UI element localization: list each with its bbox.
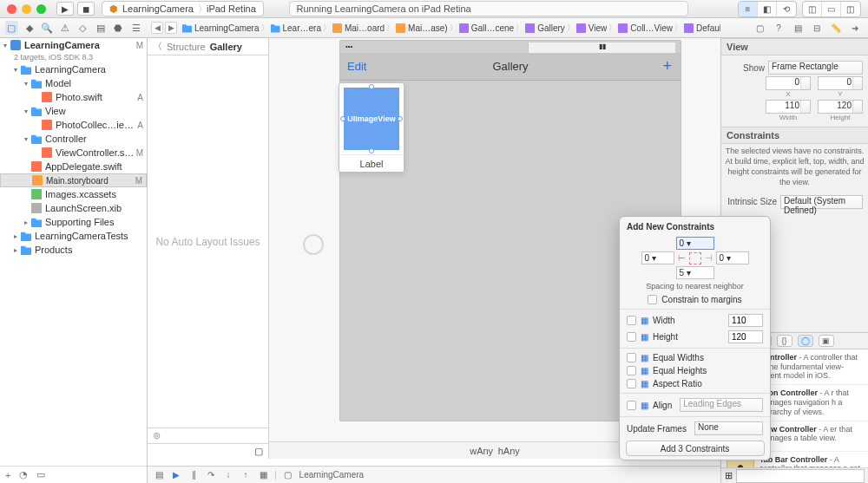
align-checkbox[interactable] bbox=[627, 401, 636, 410]
image-view-selected[interactable]: UIImageView bbox=[344, 88, 399, 150]
process-name[interactable]: LearningCamera bbox=[299, 470, 365, 480]
window-titlebar: ▶ ◼ ⬢ LearningCamera 〉 iPad Retina Runni… bbox=[0, 0, 868, 18]
add-constraints-button[interactable]: Add 3 Constraints bbox=[626, 441, 765, 456]
grid-toggle-icon[interactable]: ⊞ bbox=[725, 470, 733, 481]
x-field[interactable]: 0 bbox=[766, 76, 811, 90]
pause-button[interactable]: ‖ bbox=[187, 469, 200, 481]
tree-row[interactable]: LaunchScreen.xib bbox=[0, 201, 147, 215]
symbol-navigator-icon[interactable]: ◆ bbox=[23, 21, 36, 35]
right-spacing-field[interactable]: 0 ▾ bbox=[716, 251, 749, 264]
tree-row[interactable]: ▾View bbox=[0, 104, 147, 118]
eq-height-checkbox[interactable] bbox=[627, 366, 636, 375]
bottom-spacing-field[interactable]: 5 ▾ bbox=[676, 266, 714, 279]
close-icon[interactable] bbox=[7, 4, 16, 14]
forward-button[interactable]: ▶ bbox=[165, 22, 177, 34]
scheme-selector[interactable]: ⬢ LearningCamera 〉 iPad Retina bbox=[102, 1, 264, 16]
height-field[interactable]: 120 bbox=[818, 100, 863, 114]
width-checkbox[interactable] bbox=[627, 316, 636, 325]
help-inspector-icon[interactable]: ? bbox=[771, 21, 786, 35]
inspector-tabs[interactable]: ▢ ? ▤ ⊟ 📏 ➜ bbox=[720, 21, 868, 35]
step-out-button[interactable]: ↑ bbox=[240, 469, 252, 481]
tree-row[interactable]: Photo.swiftA bbox=[0, 90, 147, 104]
eq-width-checkbox[interactable] bbox=[627, 353, 636, 362]
add-item-button[interactable]: + bbox=[662, 57, 672, 75]
issue-navigator-icon[interactable]: ⚠ bbox=[59, 21, 72, 35]
toggle-outline-icon[interactable]: ▢ bbox=[254, 446, 263, 457]
tree-row[interactable]: Main.storyboardM bbox=[0, 173, 147, 187]
tree-row[interactable]: AppDelegate.swift bbox=[0, 160, 147, 173]
find-navigator-icon[interactable]: 🔍 bbox=[41, 21, 54, 35]
resize-handle-bottom[interactable] bbox=[369, 148, 374, 153]
tree-row[interactable]: ViewController.swiftM bbox=[0, 146, 147, 160]
navigator-toolbar: ▢ ◆ 🔍 ⚠ ◇ ▤ ⬣ ☰ ◀ ▶ LearningCamera〉 Lear… bbox=[0, 18, 868, 38]
cell-label[interactable]: Label bbox=[339, 154, 404, 172]
test-navigator-icon[interactable]: ◇ bbox=[76, 21, 89, 35]
left-spacing-field[interactable]: 0 ▾ bbox=[641, 251, 674, 264]
media-library-tab[interactable]: ▣ bbox=[819, 335, 834, 347]
navigator-tabs[interactable]: ▢ ◆ 🔍 ⚠ ◇ ▤ ⬣ ☰ bbox=[0, 21, 148, 35]
attr-inspector-icon[interactable]: ⊟ bbox=[809, 21, 825, 35]
resize-handle-top[interactable] bbox=[369, 84, 374, 89]
width-field[interactable]: 110 bbox=[766, 100, 811, 114]
align-select[interactable]: Leading Edges bbox=[680, 398, 763, 412]
project-subtitle: 2 targets, iOS SDK 8.3 bbox=[0, 52, 147, 62]
continue-button[interactable]: ▶ bbox=[170, 469, 182, 481]
filter-icon[interactable]: ⊚ bbox=[153, 430, 161, 441]
filter-scm-icon[interactable]: ▭ bbox=[36, 469, 45, 480]
tree-row[interactable]: ▸LearningCameraTests bbox=[0, 229, 147, 243]
connections-inspector-icon[interactable]: ➜ bbox=[847, 21, 863, 35]
object-library-tab[interactable]: ◯ bbox=[798, 335, 813, 347]
minimize-icon[interactable] bbox=[22, 4, 31, 14]
debug-navigator-icon[interactable]: ▤ bbox=[95, 21, 108, 35]
y-field[interactable]: 0 bbox=[818, 76, 863, 90]
library-filter-input[interactable] bbox=[736, 469, 865, 483]
project-root[interactable]: ▾ LearningCamera M bbox=[0, 38, 147, 52]
tree-row[interactable]: ▾Model bbox=[0, 76, 147, 90]
view-debug-icon[interactable]: ▦ bbox=[257, 469, 269, 481]
edit-button[interactable]: Edit bbox=[347, 60, 366, 73]
tree-row[interactable]: Images.xcassets bbox=[0, 187, 147, 201]
navigation-bar[interactable]: Edit Gallery + bbox=[340, 53, 681, 81]
update-frames-select[interactable]: None bbox=[694, 421, 763, 435]
project-tree[interactable]: ▾ LearningCamera M 2 targets, iOS SDK 8.… bbox=[0, 38, 147, 466]
aspect-checkbox[interactable] bbox=[627, 379, 636, 388]
file-inspector-icon[interactable]: ▢ bbox=[752, 21, 767, 35]
tree-row[interactable]: ▾LearningCamera bbox=[0, 62, 147, 76]
back-button[interactable]: ◀ bbox=[151, 22, 163, 34]
project-navigator-icon[interactable]: ▢ bbox=[5, 21, 18, 35]
tree-row[interactable]: PhotoCollec…iewCell.swiftA bbox=[0, 118, 147, 132]
filter-recent-icon[interactable]: ◔ bbox=[19, 469, 28, 480]
top-spacing-field[interactable]: 0 ▾ bbox=[676, 237, 714, 250]
stop-button[interactable]: ◼ bbox=[77, 2, 95, 16]
jump-bar[interactable]: ◀ ▶ LearningCamera〉 Lear…era〉 Mai…oard〉 … bbox=[148, 22, 720, 34]
report-navigator-icon[interactable]: ☰ bbox=[130, 21, 143, 35]
width-input[interactable] bbox=[728, 314, 763, 327]
hide-debug-icon[interactable]: ▤ bbox=[153, 469, 165, 481]
resize-handle-right[interactable] bbox=[398, 116, 403, 121]
collection-cell[interactable]: UIImageView Label bbox=[339, 82, 404, 173]
tree-row[interactable]: ▸Products bbox=[0, 243, 147, 257]
code-snippet-tab[interactable]: {} bbox=[777, 335, 792, 347]
step-in-button[interactable]: ↓ bbox=[222, 469, 234, 481]
editor-mode-segment[interactable]: ≡◧⟲ bbox=[738, 1, 797, 17]
add-button[interactable]: + bbox=[5, 470, 10, 480]
identity-inspector-icon[interactable]: ▤ bbox=[790, 21, 806, 35]
back-chevron-icon[interactable]: 〈 bbox=[153, 40, 162, 53]
margins-checkbox[interactable] bbox=[648, 295, 657, 304]
show-select[interactable]: Frame Rectangle bbox=[768, 61, 863, 75]
run-button[interactable]: ▶ bbox=[56, 2, 74, 16]
tree-row[interactable]: ▾Controller bbox=[0, 132, 147, 146]
panel-visibility-segment[interactable]: ◫▭◫ bbox=[802, 1, 861, 17]
breakpoint-navigator-icon[interactable]: ⬣ bbox=[112, 21, 125, 35]
step-over-button[interactable]: ↷ bbox=[205, 469, 217, 481]
outline-header[interactable]: 〈 Structure Gallery bbox=[148, 38, 268, 55]
tree-row[interactable]: ▸Supporting Files bbox=[0, 215, 147, 229]
nav-title: Gallery bbox=[492, 60, 528, 73]
segue-drop-icon bbox=[303, 234, 324, 255]
intrinsic-select[interactable]: Default (System Defined) bbox=[780, 195, 863, 209]
size-inspector-icon[interactable]: 📏 bbox=[828, 21, 844, 35]
height-input[interactable] bbox=[728, 330, 763, 343]
height-checkbox[interactable] bbox=[627, 332, 636, 342]
resize-handle-left[interactable] bbox=[340, 116, 345, 121]
zoom-icon[interactable] bbox=[36, 4, 46, 14]
